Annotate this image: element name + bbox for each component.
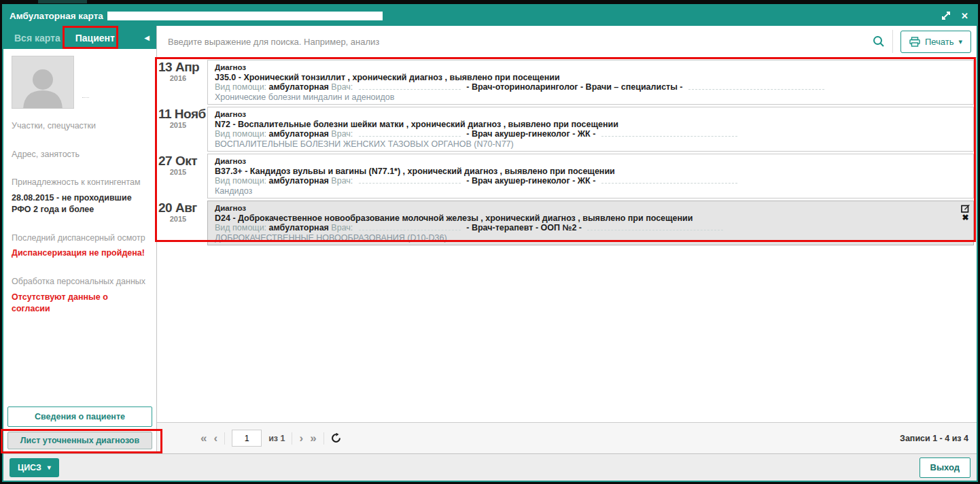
tab-whole-card[interactable]: Вся карта	[13, 28, 62, 49]
avatar	[12, 56, 74, 109]
patient-summary-panel: Участки, спецучастки Адрес, занятость Пр…	[3, 49, 156, 407]
entry-date: 20 Авг	[158, 201, 207, 215]
diagnosis-text: N72 - Воспалительные болезни шейки матки…	[215, 120, 956, 130]
close-icon[interactable]: ✕	[961, 12, 968, 20]
first-page-icon[interactable]: «	[200, 432, 207, 444]
toolbar-divider	[892, 30, 893, 53]
organization-name-redacted	[688, 86, 824, 90]
organization-name-redacted	[587, 226, 723, 230]
print-button-label: Печать	[925, 37, 954, 47]
refresh-icon[interactable]	[331, 433, 341, 443]
patient-details-button[interactable]: Сведения о пациенте	[7, 407, 152, 427]
care-type-value: амбулаторная	[269, 129, 329, 139]
diagnosis-card[interactable]: Диагноз N72 - Воспалительные болезни шей…	[207, 107, 974, 152]
entry-heading: Диагноз	[215, 109, 956, 120]
last-page-icon[interactable]: »	[310, 432, 316, 444]
entry-year: 2015	[158, 215, 198, 223]
sidebar-footer: Сведения о пациенте Лист уточненных диаг…	[3, 407, 156, 453]
edit-icon[interactable]	[961, 204, 970, 213]
delete-icon[interactable]: ✖	[962, 214, 968, 221]
main-row: Вся карта Пациент ◀ Участки, спецучастки…	[3, 26, 977, 453]
doctor-label: Врач:	[331, 129, 353, 139]
care-type-label: Вид помощи:	[215, 176, 266, 186]
window-titlebar: Амбулаторная карта ✕	[3, 5, 977, 26]
section-value: 28.08.2015 - не проходившие РФО 2 года и…	[12, 192, 148, 215]
tab-patient[interactable]: Пациент	[74, 28, 116, 49]
diagnosis-card[interactable]: Диагноз J35.0 - Хронический тонзиллит , …	[207, 60, 974, 105]
organization-name-redacted	[601, 133, 737, 137]
section-label: Принадлежность к контингентам	[12, 177, 148, 188]
refined-diagnoses-button[interactable]: Лист уточненных диагнозов	[7, 432, 152, 449]
patient-info-section: Принадлежность к контингентам 28.08.2015…	[12, 177, 148, 215]
pagination-divider	[292, 432, 292, 445]
records-count-label: Записи 1 - 4 из 4	[900, 434, 968, 443]
doctor-name-redacted	[359, 179, 461, 184]
page-number-input[interactable]	[232, 430, 262, 447]
diagnosis-category: ВОСПАЛИТЕЛЬНЫЕ БОЛЕЗНИ ЖЕНСКИХ ТАЗОВЫХ О…	[215, 139, 956, 150]
print-button[interactable]: Печать ▾	[900, 31, 971, 53]
patient-info-section: Участки, спецучастки	[12, 121, 148, 132]
diagnosis-entry: 11 Нояб 2015 Диагноз N72 - Воспалительны…	[158, 107, 977, 152]
diagnosis-category: Кандидоз	[215, 186, 956, 196]
doctor-position-text: - Врач-терапевт - ООП №2 -	[466, 223, 582, 232]
care-type-label: Вид помощи:	[215, 82, 266, 92]
page-count-label: из 1	[268, 434, 285, 443]
patient-info-section: Обработка персональных данных Отсутствую…	[12, 277, 148, 314]
card-actions: ✖	[961, 204, 970, 221]
care-type-value: амбулаторная	[269, 82, 329, 92]
diagnosis-card[interactable]: Диагноз B37.3+ - Кандидоз вульвы и вагин…	[207, 154, 974, 198]
diagnosis-entry: 20 Авг 2015 Диагноз D24 - Доброкачествен…	[158, 201, 977, 245]
visit-info-line: Вид помощи: амбулаторная Врач: - Врач-от…	[215, 82, 956, 92]
care-type-value: амбулаторная	[269, 176, 329, 186]
ambulatory-card-window: Амбулаторная карта ✕ Вся карта Пациент ◀	[2, 4, 978, 482]
collapse-sidebar-icon[interactable]: ◀	[144, 34, 150, 41]
entry-date: 27 Окт	[158, 154, 207, 168]
doctor-position-text: - Врач акушер-гинеколог - ЖК -	[466, 176, 595, 186]
organization-name-redacted	[601, 179, 737, 184]
entry-date-column: 20 Авг 2015	[158, 201, 207, 245]
diagnosis-text: J35.0 - Хронический тонзиллит , хроничес…	[215, 73, 956, 83]
diagnosis-text: B37.3+ - Кандидоз вульвы и вагины (N77.1…	[215, 167, 956, 177]
doctor-label: Врач:	[331, 176, 353, 186]
care-type-label: Вид помощи:	[215, 223, 266, 232]
visit-info-line: Вид помощи: амбулаторная Врач: - Врач ак…	[215, 176, 956, 186]
exit-button[interactable]: Выход	[920, 457, 970, 478]
content-column: Печать ▾ 13 Апр 2016 Диагноз J35.0 - Хро…	[157, 26, 977, 453]
doctor-name-redacted	[359, 86, 461, 90]
section-value: Отсутствуют данные о согласии	[12, 292, 148, 315]
printer-icon	[909, 37, 920, 47]
doctor-label: Врач:	[331, 223, 353, 232]
care-type-value: амбулаторная	[269, 223, 329, 232]
next-page-icon[interactable]: ›	[299, 432, 303, 444]
visit-info-line: Вид помощи: амбулаторная Врач: - Врач ак…	[215, 129, 956, 139]
diagnosis-list: 13 Апр 2016 Диагноз J35.0 - Хронический …	[157, 58, 977, 422]
patient-name-redacted-block	[107, 12, 383, 20]
entry-date: 11 Нояб	[158, 107, 207, 121]
doctor-name-redacted	[359, 226, 461, 230]
entry-heading: Диагноз	[215, 63, 956, 73]
cisz-menu-button[interactable]: ЦИСЗ ▾	[10, 458, 59, 477]
section-label: Адрес, занятость	[12, 150, 148, 160]
pagination-divider	[224, 432, 225, 445]
section-label: Обработка персональных данных	[12, 277, 148, 288]
doctor-label: Врач:	[331, 82, 353, 92]
sidebar-tabs: Вся карта Пациент ◀	[3, 26, 156, 49]
entry-date-column: 11 Нояб 2015	[158, 107, 207, 152]
entry-year: 2016	[158, 74, 198, 82]
care-type-label: Вид помощи:	[215, 129, 266, 139]
diagnosis-category: ДОБРОКАЧЕСТВЕННЫЕ НОВООБРАЗОВАНИЯ (D10-D…	[215, 233, 956, 243]
expand-icon[interactable]	[941, 11, 951, 20]
diagnosis-card[interactable]: Диагноз D24 - Доброкачественное новообра…	[207, 201, 974, 245]
search-icon[interactable]	[873, 35, 885, 48]
cisz-label: ЦИСЗ	[18, 463, 41, 472]
section-value: Диспансеризация не пройдена!	[12, 247, 148, 259]
pagination-bar: « ‹ из 1 › » Записи 1 - 4 из 4	[157, 422, 977, 453]
entry-date: 13 Апр	[158, 60, 207, 74]
entry-date-column: 27 Окт 2015	[158, 154, 207, 198]
search-input[interactable]	[167, 36, 867, 48]
patient-info-section: Последний диспансерный осмотр Диспансери…	[12, 233, 148, 260]
footer-bar: ЦИСЗ ▾ Выход	[3, 453, 977, 481]
prev-page-icon[interactable]: ‹	[213, 432, 217, 444]
window-title: Амбулаторная карта	[10, 11, 103, 21]
entry-year: 2015	[158, 168, 198, 176]
